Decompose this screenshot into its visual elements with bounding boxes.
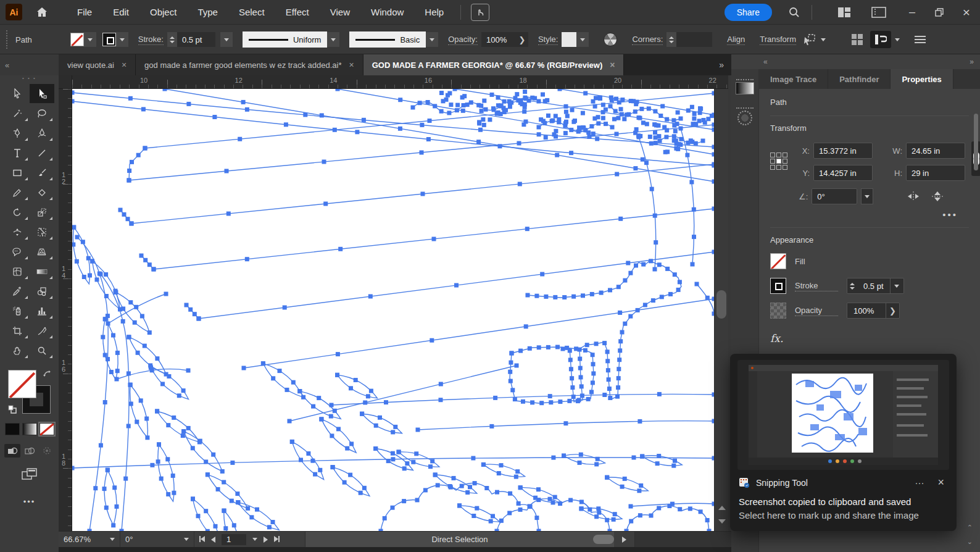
zoom-level-dropdown[interactable]: 66.67% [59,532,120,547]
none-button[interactable] [39,423,54,435]
x-field[interactable]: 15.3772 in [813,143,873,159]
pencil-tool[interactable] [5,183,30,202]
fill-proxy[interactable] [8,370,36,398]
illustrator-logo[interactable]: Ai [6,4,22,20]
stroke-swatch[interactable] [102,33,116,46]
first-artboard-icon[interactable] [199,535,205,544]
status-play-icon[interactable] [614,532,635,547]
opacity-panel-arrow[interactable]: ❯ [516,32,528,47]
panel-collapse[interactable]: « [763,57,768,66]
reference-point-selector[interactable] [770,153,789,171]
scale-tool[interactable] [30,203,54,222]
control-menu-icon[interactable] [915,35,927,44]
menu-object[interactable]: Object [139,0,187,25]
notification-more-icon[interactable]: ··· [911,477,928,488]
tab-image-trace[interactable]: Image Trace [759,69,828,89]
draw-inside-button[interactable] [39,444,55,458]
stroke-weight-field[interactable]: 0.5 pt [177,32,215,47]
swap-fill-stroke-icon[interactable] [43,370,51,378]
scroll-down-icon[interactable] [718,519,726,524]
rotation-dropdown[interactable]: 0° [120,532,194,547]
effects-fx-button[interactable]: fx. [770,332,969,345]
notification-body[interactable]: Screenshot copied to clipboard and saved… [730,490,957,527]
free-transform-tool[interactable] [30,222,54,241]
type-tool[interactable] [5,143,30,162]
appearance-opacity-value[interactable]: 100% ❯ [847,303,900,319]
hand-tool[interactable] [5,341,30,360]
recolor-artwork-icon[interactable] [604,33,617,46]
select-similar-caret[interactable] [821,38,826,41]
perspective-grid-tool[interactable] [30,242,54,261]
style-swatch[interactable] [562,32,576,47]
stroke-dropdown-caret[interactable] [116,32,128,47]
tab-properties[interactable]: Properties [891,69,953,89]
vertical-scrollbar-thumb[interactable] [716,290,726,319]
ruler-origin[interactable] [59,75,72,89]
align-label[interactable]: Align [727,35,745,45]
touch-workspace-icon[interactable] [471,4,489,21]
eyedropper-tool[interactable] [5,282,30,301]
menu-effect[interactable]: Effect [275,0,320,25]
gradient-panel-icon[interactable] [734,74,756,99]
close-button[interactable]: × [953,1,980,23]
edit-toolbar-button[interactable]: ••• [0,497,59,506]
panel-expand[interactable]: » [970,57,974,66]
flip-horizontal-icon[interactable] [907,191,920,202]
slice-tool[interactable] [30,321,54,340]
line-segment-tool[interactable] [30,143,54,162]
notification-close-icon[interactable]: × [934,476,948,489]
screenshot-thumbnail[interactable] [737,360,949,470]
draw-normal-button[interactable] [4,444,20,458]
direct-selection-tool[interactable] [30,84,54,103]
properties-grid-icon[interactable] [850,33,864,46]
panel-scroll-arrows[interactable]: ⌃⌄ [967,524,973,546]
style-label[interactable]: Style: [538,35,559,45]
rotate-tool[interactable] [5,203,30,222]
snipping-tool-notification[interactable]: Snipping Tool ··· × Screenshot copied to… [730,354,957,531]
flip-vertical-icon[interactable] [931,191,944,202]
h-field[interactable]: 29 in [906,165,965,181]
gradient-button[interactable] [22,423,37,435]
rectangle-tool[interactable] [5,163,30,182]
screen-mode-button[interactable] [17,467,42,481]
width-profile-dropdown[interactable]: Uniform [243,31,328,48]
paintbrush-tool[interactable] [30,163,54,182]
vertical-ruler[interactable]: 12141618 [59,89,72,531]
stroke-weight-stepper[interactable] [167,32,177,47]
menu-edit[interactable]: Edit [102,0,139,25]
attributes-panel-icon[interactable] [734,104,756,128]
menu-select[interactable]: Select [228,0,275,25]
document-tab[interactable]: god made a farmer good elements w ez tra… [136,54,363,75]
vertical-scrollbar[interactable] [714,89,728,531]
horizontal-scrollbar[interactable] [635,532,731,547]
tab-close-icon[interactable]: × [122,60,127,70]
menu-help[interactable]: Help [414,0,454,25]
select-similar-icon[interactable] [802,33,817,46]
appearance-stroke-swatch[interactable] [770,278,786,294]
stroke-weight-label[interactable]: Stroke: [138,35,164,45]
lasso-tool[interactable] [30,104,54,123]
home-icon[interactable] [36,6,48,19]
curvature-tool[interactable] [30,123,54,143]
artboard-tool[interactable] [5,321,30,340]
opacity-label[interactable]: Opacity: [448,35,478,45]
selection-tool[interactable] [5,84,30,103]
menu-file[interactable]: File [67,0,102,25]
gradient-tool[interactable] [30,262,54,281]
rotate-angle-field[interactable]: 0° [812,188,857,204]
current-tool-indicator[interactable]: Direct Selection [305,532,614,547]
style-caret[interactable] [576,32,589,47]
toolbar-drag-handle[interactable]: • • • [0,75,59,82]
brush-caret[interactable] [426,32,438,47]
artboard-number-field[interactable]: 1 [222,534,246,545]
panel-toggle-caret[interactable] [895,38,900,41]
canvas-artwork[interactable] [72,89,714,531]
tab-close-icon[interactable]: × [610,60,615,70]
mesh-tool[interactable] [5,262,30,281]
menu-window[interactable]: Window [360,0,414,25]
corners-stepper[interactable] [666,32,676,47]
width-profile-caret[interactable] [327,32,339,47]
horizontal-scrollbar-thumb[interactable] [593,535,614,544]
tab-overflow-chevron[interactable]: » [712,60,731,70]
panel-toggle-icon[interactable] [870,31,891,48]
